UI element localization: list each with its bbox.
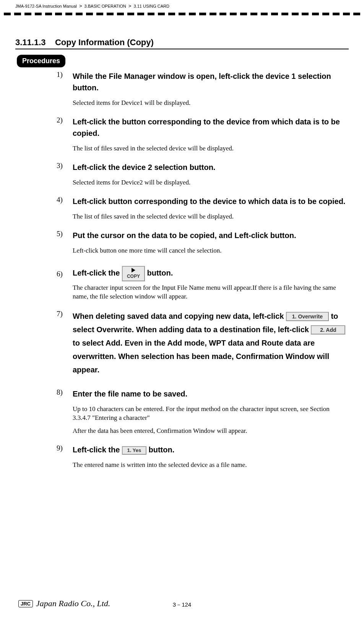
step-body: Up to 10 characters can be entered. For …: [73, 405, 349, 423]
step-8: 8) Enter the file name to be saved. Up t…: [15, 388, 349, 436]
overwrite-button[interactable]: 1. Overwrite: [286, 312, 329, 321]
step-title: Left-click the device 2 selection button…: [73, 162, 349, 173]
step-number: 6): [57, 270, 63, 278]
step-title: When deleting saved data and copying new…: [73, 310, 349, 377]
breadcrumb-manual: JMA-9172-SA Instruction Manual: [15, 4, 77, 8]
step-title-pre: Left-click the: [73, 269, 122, 277]
step-title: Enter the file name to be saved.: [73, 388, 349, 400]
breadcrumb-sep-2: >: [127, 3, 133, 9]
step-2: 2) Left-click the button corresponding t…: [15, 116, 349, 153]
heading-number: 3.11.1.3: [15, 38, 46, 47]
step-body-2: After the data has been entered, Confirm…: [73, 427, 349, 436]
step-body: The list of files saved in the selected …: [73, 144, 349, 153]
step-6: 6) Left-click the COPY button. The chara…: [15, 266, 349, 301]
step-5: 5) Put the cursor on the data to be copi…: [15, 230, 349, 255]
step-title: Left-click button corresponding to the d…: [73, 196, 349, 207]
jrc-logo-box: JRC: [18, 600, 33, 607]
step-number: 2): [57, 116, 63, 124]
step-3: 3) Left-click the device 2 selection but…: [15, 162, 349, 187]
copy-button[interactable]: COPY: [122, 266, 145, 281]
divider-dashes: [0, 11, 364, 16]
procedures-badge: Procedures: [17, 55, 65, 67]
step-body: Left-click button one more time will can…: [73, 246, 349, 255]
page-number: 3－124: [173, 601, 191, 609]
copy-button-label: COPY: [122, 273, 145, 280]
breadcrumb: JMA-9172-SA Instruction Manual > 3.BASIC…: [15, 0, 349, 11]
step-body: The character input screen for the Input…: [73, 284, 349, 301]
step-body: Selected items for Device2 will be displ…: [73, 178, 349, 187]
step-number: 8): [57, 388, 63, 396]
step-number: 7): [57, 310, 63, 318]
breadcrumb-section: 3.11 USING CARD: [133, 4, 169, 8]
step-body: The entered name is written into the sel…: [73, 461, 349, 470]
step-title-post: button.: [148, 445, 174, 454]
step-number: 3): [57, 162, 63, 170]
company-name: Japan Radio Co., Ltd.: [36, 599, 110, 609]
section-heading: 3.11.1.3 Copy Information (Copy): [15, 38, 349, 49]
play-icon: [132, 268, 135, 272]
breadcrumb-chapter: 3.BASIC OPERATION: [84, 4, 126, 8]
breadcrumb-sep-1: >: [78, 3, 83, 9]
step-4: 4) Left-click button corresponding to th…: [15, 196, 349, 221]
page-footer: JRC Japan Radio Co., Ltd. 3－124: [0, 601, 364, 609]
step-number: 5): [57, 230, 63, 238]
step-body: The list of files saved in the selected …: [73, 212, 349, 221]
step-number: 9): [57, 444, 63, 452]
step-title: Left-click the 1. Yes button.: [73, 444, 349, 455]
step-number: 4): [57, 196, 63, 204]
yes-button[interactable]: 1. Yes: [122, 446, 146, 455]
step7-text3: to select Add. Even in the Add mode, WPT…: [73, 339, 329, 374]
heading-title: Copy Information (Copy): [55, 38, 154, 47]
step-title: While the File Manager window is open, l…: [73, 70, 349, 93]
step-7: 7) When deleting saved data and copying …: [15, 310, 349, 377]
step-title: Left-click the button corresponding to t…: [73, 116, 349, 139]
step7-text1: When deleting saved data and copying new…: [73, 312, 286, 320]
add-button[interactable]: 2. Add: [311, 325, 345, 334]
step-title-pre: Left-click the: [73, 445, 122, 454]
step-number: 1): [57, 70, 63, 79]
step-1: 1) While the File Manager window is open…: [15, 70, 349, 108]
step-title-post: button.: [147, 269, 173, 277]
step-title: Put the cursor on the data to be copied,…: [73, 230, 349, 241]
step-9: 9) Left-click the 1. Yes button. The ent…: [15, 444, 349, 470]
footer-logo: JRC Japan Radio Co., Ltd.: [18, 599, 110, 609]
step-title: Left-click the COPY button.: [73, 266, 349, 281]
step-body: Selected items for Device1 will be displ…: [73, 99, 349, 108]
